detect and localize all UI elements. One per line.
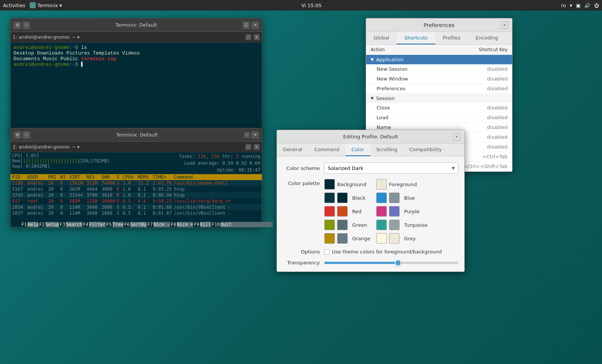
load-action: Load (377, 115, 459, 120)
htop-stats: Tasks: 116, 234 thr; 3 running Load aver… (140, 153, 260, 173)
purple-swatch2[interactable] (389, 206, 400, 217)
col-time: TIME+ (153, 174, 172, 180)
profile-body: Color scheme Solarized Dark ▼ Color pale… (277, 156, 464, 271)
row5-shortcut: disabled (459, 144, 508, 150)
prefs-row-new-window: New Window disabled (366, 74, 512, 84)
terminal1-tab[interactable]: 1: andrei@andrei-gnome: ~ ▾ (13, 35, 79, 40)
black-swatch1[interactable] (324, 193, 335, 203)
red-swatch2[interactable] (337, 206, 348, 217)
palette-turquoise: Turquoise (376, 220, 427, 230)
red-swatch1[interactable] (324, 206, 335, 217)
turquoise-swatch1[interactable] (376, 220, 387, 230)
footer-f8[interactable]: F8Nice + (170, 222, 193, 227)
col-cpu: CPU% (123, 174, 136, 180)
footer-f10[interactable]: F10Quit (211, 222, 232, 227)
palette-blue: Blue (376, 193, 427, 203)
options-checkbox-label[interactable]: Use theme colors for foreground/backgrou… (324, 249, 442, 255)
prefs-section-session[interactable]: ▼ Session (366, 94, 512, 103)
terminal1-menu-btn[interactable]: ☰ (242, 21, 250, 29)
purple-swatch1[interactable] (376, 206, 387, 217)
htop-row-3: 3743andrei2003154437003016R1.00.10:00.94… (11, 192, 262, 198)
terminal1-line3: Documents Music Public terminix.zip (14, 56, 259, 62)
htop-swp-line: Swp[ 0/2842MB] (12, 164, 132, 169)
terminal1-tabbar: 1: andrei@andrei-gnome: ~ ▾ □ ✕ (11, 32, 262, 42)
footer-f5[interactable]: F5Tree (106, 222, 123, 227)
terminal2-btn2[interactable]: ⬡ (23, 131, 30, 139)
prefs-section-application[interactable]: ▼ Application (366, 55, 512, 64)
transparency-thumb[interactable] (395, 259, 401, 266)
footer-f4[interactable]: F4Filter (82, 222, 106, 227)
terminal1-btn1[interactable]: ⊞ (14, 21, 21, 29)
power-icon: ⏻ (594, 3, 599, 8)
green-swatches (324, 220, 348, 230)
col-shr: SHR (102, 174, 115, 180)
terminal2-tab[interactable]: 2: andrei@andrei-gnome: ~ ▾ (13, 144, 79, 150)
transparency-label: Transparency (283, 260, 324, 265)
terminal1-btn2[interactable]: ⬡ (23, 21, 30, 29)
palette-container: Background Black (324, 179, 458, 244)
options-row: Options Use theme colors for foreground/… (283, 249, 458, 255)
app-name-label: Terminix (37, 3, 58, 8)
terminal1-maximize-btn[interactable]: □ (245, 34, 251, 40)
terminal1-close-btn[interactable]: ✕ (251, 21, 259, 29)
red-swatches (324, 206, 348, 217)
preferences-close-btn[interactable]: × (501, 21, 508, 29)
profile-close-btn[interactable]: × (453, 133, 461, 141)
profile-tab-command[interactable]: Command (308, 144, 345, 156)
footer-f6[interactable]: F6SortBy (123, 222, 147, 227)
color-scheme-select[interactable]: Solarized Dark ▼ (324, 162, 458, 174)
terminal2-close-btn[interactable]: ✕ (251, 131, 259, 139)
prefs-tab-encoding[interactable]: Encoding (468, 32, 506, 44)
app-menu[interactable]: Terminix ▾ (30, 2, 62, 8)
grey-swatches (376, 233, 400, 244)
color-scheme-row: Color scheme Solarized Dark ▼ (283, 162, 458, 174)
footer-f1[interactable]: F1Help (21, 222, 38, 227)
terminal2-max-btn[interactable]: □ (245, 144, 251, 150)
blue-swatch2[interactable] (389, 193, 400, 203)
prefs-tab-global[interactable]: Global (366, 32, 397, 44)
turquoise-swatches (376, 220, 400, 230)
prefs-row-new-session: New Session disabled (366, 64, 512, 74)
orange-swatches (324, 233, 348, 244)
grey-swatch2[interactable] (389, 233, 400, 244)
turquoise-swatch2[interactable] (389, 220, 400, 230)
terminal2-maximize-btn[interactable]: □ (244, 132, 250, 138)
terminal2-controls: □ ✕ (244, 131, 259, 139)
black-swatch2[interactable] (337, 193, 348, 203)
terminal2-tab-close-btn[interactable]: ✕ (254, 144, 260, 150)
green-swatch2[interactable] (337, 220, 348, 230)
prefs-tab-profiles[interactable]: Profiles (435, 32, 468, 44)
background-swatch[interactable] (324, 179, 335, 190)
terminal2-btn1[interactable]: ⊞ (14, 131, 21, 139)
terminal1-title: Terminix: Default (30, 22, 242, 28)
htop-header: CPU[ 1.0%] Mem[||||||||||||||||||||1334/… (11, 152, 262, 174)
profile-tab-compatibility[interactable]: Compatibility (403, 144, 448, 156)
new-window-shortcut: disabled (459, 76, 508, 82)
orange-swatch2[interactable] (337, 233, 348, 244)
grey-swatch1[interactable] (376, 233, 387, 244)
prefs-tab-shortcuts[interactable]: Shortcuts (397, 32, 435, 44)
terminal1-line1: andrei@andrei-gnome:~$ ls (14, 45, 259, 50)
profile-tab-general[interactable]: General (277, 144, 308, 156)
activities-button[interactable]: Activities (3, 3, 25, 8)
purple-label: Purple (404, 209, 420, 214)
htop-uptime: Uptime: 00:15:47 (140, 167, 260, 173)
foreground-swatch[interactable] (376, 179, 387, 190)
options-checkbox[interactable] (324, 249, 330, 255)
session-label: Session (376, 96, 395, 101)
green-swatch1[interactable] (324, 220, 335, 230)
htop-footer: F1Help F2Setup F3Search F4Filter F5Tree … (21, 222, 262, 227)
blue-swatch1[interactable] (376, 193, 387, 203)
footer-f7[interactable]: F7Nice - (147, 222, 170, 227)
color-palette-label: Color palette (283, 179, 324, 186)
footer-f9[interactable]: F9Kill (193, 222, 211, 227)
transparency-slider[interactable] (324, 262, 458, 264)
prefs-row-close: Close disabled (366, 103, 512, 113)
profile-tab-scrolling[interactable]: Scrolling (370, 144, 403, 156)
footer-f2[interactable]: F2Setup (38, 222, 59, 227)
locale-label[interactable]: ro (561, 3, 566, 8)
terminal1-tab-close-btn[interactable]: ✕ (254, 34, 260, 40)
orange-swatch1[interactable] (324, 233, 335, 244)
footer-f3[interactable]: F3Search (59, 222, 82, 227)
profile-tab-color[interactable]: Color (345, 144, 370, 156)
